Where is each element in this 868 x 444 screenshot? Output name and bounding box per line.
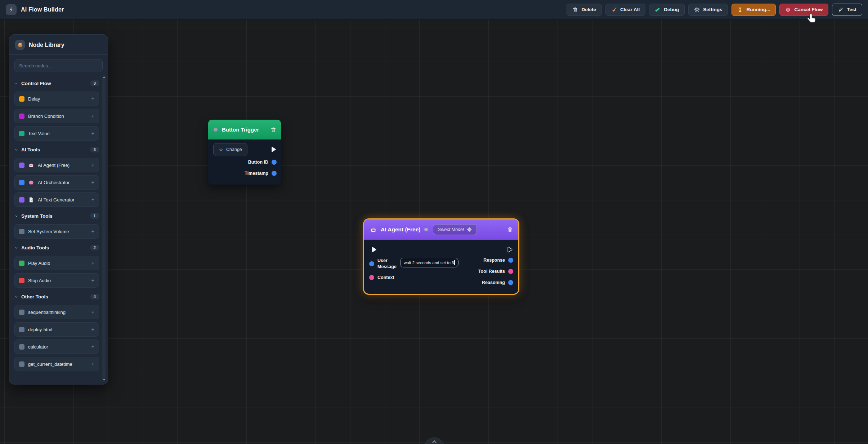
add-node-icon[interactable]: + [91, 113, 94, 119]
button-trigger-header[interactable]: Button Trigger [208, 120, 281, 139]
section-header[interactable]: Other Tools4 [14, 291, 99, 302]
cancel-flow-button[interactable]: Cancel Flow [779, 4, 828, 16]
debug-button[interactable]: Debug [649, 4, 685, 16]
search-input[interactable] [14, 59, 103, 72]
add-node-icon[interactable]: + [91, 130, 94, 136]
robot-icon [370, 226, 377, 234]
section-count-badge: 4 [90, 294, 99, 299]
button-label: Test [847, 7, 856, 12]
port-label: Response [483, 258, 505, 263]
node-library-item[interactable]: sequentialthinking+ [14, 305, 99, 319]
trash-icon[interactable] [507, 227, 513, 232]
section-label: Audio Tools [21, 245, 49, 250]
exec-output-handle[interactable] [269, 146, 276, 153]
node-ai-agent[interactable]: AI Agent (Free) Select Model User Messag… [363, 218, 519, 295]
bug-icon [655, 7, 661, 13]
node-library-item[interactable]: Set System Volume+ [14, 224, 99, 239]
section-header[interactable]: Control Flow3 [14, 78, 99, 89]
node-library-item[interactable]: AI Orchestrator+ [14, 175, 99, 190]
input-handle-context[interactable] [369, 275, 374, 280]
input-port-row: Context [369, 275, 401, 281]
change-button-label: Change [226, 147, 242, 152]
add-node-icon[interactable]: + [91, 260, 94, 266]
port-label: Reasoning [482, 280, 505, 285]
node-color-swatch [19, 163, 24, 168]
node-color-swatch [19, 344, 24, 350]
add-node-icon[interactable]: + [91, 361, 94, 367]
node-library-item[interactable]: Branch Condition+ [14, 109, 99, 123]
node-library-item[interactable]: Stop Audio+ [14, 273, 99, 288]
brain-icon [28, 179, 34, 186]
output-handle-timestamp[interactable] [272, 171, 277, 176]
node-library-logo [15, 40, 25, 50]
trash-icon[interactable] [270, 127, 276, 133]
item-label: calculator [28, 344, 48, 350]
port-label: User Message [377, 258, 401, 270]
node-color-swatch [19, 96, 24, 102]
canvas-control-button[interactable] [424, 438, 444, 444]
node-library-header: Node Library [9, 35, 108, 55]
node-library-item[interactable]: deploy-html+ [14, 322, 99, 337]
delete-button[interactable]: Delete [567, 4, 602, 16]
settings-button[interactable]: Settings [688, 4, 728, 16]
node-library-item[interactable]: AI Agent (Free)+ [14, 158, 99, 172]
node-library-item[interactable]: calculator+ [14, 339, 99, 354]
node-button-trigger[interactable]: Button Trigger Change Button ID Timestam… [208, 120, 281, 185]
exec-input-handle[interactable] [370, 246, 377, 253]
clear-all-button[interactable]: Clear All [605, 4, 645, 16]
sidebar-scrollbar[interactable] [102, 76, 106, 381]
add-node-icon[interactable]: + [91, 197, 94, 203]
item-label: AI Agent (Free) [38, 163, 70, 168]
robot-icon [28, 162, 34, 168]
document-icon [28, 197, 34, 203]
add-node-icon[interactable]: + [91, 179, 94, 185]
select-model-label: Select Model [438, 227, 464, 232]
output-port-row: Tool Results [478, 269, 513, 274]
add-node-icon[interactable]: + [91, 162, 94, 168]
section-count-badge: 2 [90, 245, 99, 250]
node-library-item[interactable]: get_current_datetime+ [14, 357, 99, 371]
output-handle-button-id[interactable] [272, 160, 277, 165]
node-color-swatch [19, 229, 24, 234]
section-count-badge: 1 [90, 213, 99, 219]
scroll-down-icon[interactable] [103, 379, 106, 381]
flow-canvas[interactable]: Node Library Control Flow3Delay+Branch C… [0, 19, 868, 444]
output-handle-response[interactable] [508, 258, 513, 263]
output-handle-reasoning[interactable] [508, 280, 513, 285]
section-count-badge: 3 [90, 80, 99, 86]
select-model-button[interactable]: Select Model [433, 224, 477, 235]
test-tube-icon [838, 7, 844, 13]
input-port-row: User Message [369, 258, 401, 270]
user-message-input[interactable]: wait 2 seconds and set to 3 [400, 258, 458, 267]
item-label: Branch Condition [28, 114, 64, 119]
add-node-icon[interactable]: + [91, 278, 94, 283]
section-header[interactable]: System Tools1 [14, 210, 99, 221]
section-header[interactable]: Audio Tools2 [14, 242, 99, 253]
button-label: Cancel Flow [794, 7, 823, 12]
output-port-row: Reasoning [482, 280, 513, 285]
ai-agent-header[interactable]: AI Agent (Free) Select Model [364, 219, 518, 240]
add-node-icon[interactable]: + [91, 228, 94, 234]
add-node-icon[interactable]: + [91, 344, 94, 350]
test-button[interactable]: Test [832, 4, 862, 16]
section-label: Other Tools [21, 294, 48, 299]
running-button[interactable]: Running... [731, 4, 776, 16]
output-port-row: Timestamp [245, 171, 277, 176]
trigger-status-dot[interactable] [213, 127, 218, 132]
add-node-icon[interactable]: + [91, 96, 94, 102]
change-button[interactable]: Change [213, 143, 247, 156]
port-label: Timestamp [245, 171, 268, 176]
exec-output-handle[interactable] [506, 246, 513, 253]
node-library-item[interactable]: Play Audio+ [14, 256, 99, 270]
input-handle-user-message[interactable] [369, 261, 374, 266]
node-title: AI Agent (Free) [381, 226, 421, 233]
section-header[interactable]: AI Tools3 [14, 144, 99, 155]
output-handle-tool-results[interactable] [508, 269, 513, 274]
node-library-item[interactable]: Delay+ [14, 92, 99, 106]
add-node-icon[interactable]: + [91, 309, 94, 315]
add-node-icon[interactable]: + [91, 327, 94, 332]
node-library-item[interactable]: AI Text Generator+ [14, 192, 99, 207]
node-library-item[interactable]: Text Value+ [14, 126, 99, 141]
port-label: Button ID [248, 160, 268, 165]
scroll-up-icon[interactable] [103, 76, 106, 78]
